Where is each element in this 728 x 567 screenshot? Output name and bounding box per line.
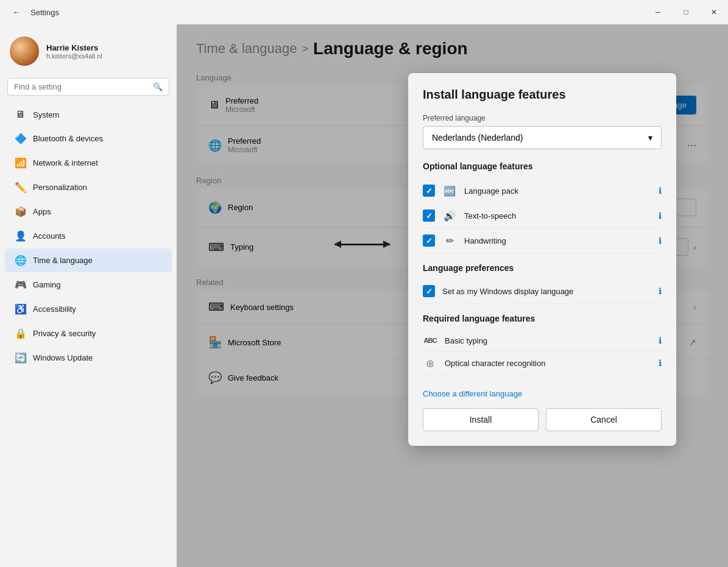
- language-pack-info-icon[interactable]: ℹ: [659, 186, 662, 195]
- language-pack-label: Language pack: [464, 186, 651, 195]
- lang-prefs-title: Language preferences: [423, 263, 662, 273]
- system-icon: 🖥: [15, 109, 26, 120]
- display-lang-checkbox[interactable]: [423, 285, 435, 297]
- network-icon: 📶: [15, 157, 26, 169]
- sidebar-item-label: Windows Update: [33, 353, 93, 362]
- required-features-title: Required language features: [423, 314, 662, 323]
- install-language-dialog: Install language features Preferred lang…: [408, 73, 676, 446]
- display-lang-row: Set as my Windows display language ℹ: [423, 279, 662, 304]
- ocr-label: Optical character recognition: [445, 359, 651, 368]
- app-title: Settings: [30, 8, 59, 17]
- close-button[interactable]: ✕: [700, 2, 728, 22]
- choose-lang-link[interactable]: Choose a different language: [423, 389, 662, 398]
- cancel-button[interactable]: Cancel: [546, 408, 662, 431]
- dialog-title: Install language features: [423, 88, 662, 102]
- search-input[interactable]: [14, 82, 148, 91]
- sidebar-item-label: Time & language: [33, 256, 93, 265]
- tts-info-icon[interactable]: ℹ: [659, 211, 662, 220]
- maximize-button[interactable]: □: [672, 2, 700, 22]
- tts-icon: 🔊: [442, 210, 457, 222]
- sidebar-item-label: Accessibility: [33, 305, 76, 314]
- sidebar-item-time-language[interactable]: 🌐 Time & language: [5, 248, 172, 272]
- install-button[interactable]: Install: [423, 408, 539, 431]
- sidebar-item-personalization[interactable]: ✏️ Personalization: [5, 175, 172, 199]
- user-section: Harrie Kisters h.kisters@xs4all.nl: [0, 29, 177, 76]
- sidebar-item-label: Gaming: [33, 280, 61, 289]
- handwriting-icon: ✏: [442, 235, 457, 247]
- pref-lang-label: Preferred language: [423, 114, 662, 122]
- user-info: Harrie Kisters h.kisters@xs4all.nl: [46, 43, 102, 60]
- sidebar-item-privacy[interactable]: 🔒 Privacy & security: [5, 322, 172, 345]
- handwriting-checkbox[interactable]: [423, 234, 435, 247]
- window-controls: ─ □ ✕: [644, 2, 728, 22]
- gaming-icon: 🎮: [15, 279, 26, 291]
- time-language-icon: 🌐: [15, 255, 26, 266]
- bluetooth-icon: 🔷: [15, 133, 26, 144]
- minimize-button[interactable]: ─: [644, 2, 672, 22]
- content-area: Time & language > Language & region Lang…: [177, 24, 728, 567]
- sidebar-item-label: Personalization: [33, 183, 87, 192]
- accessibility-icon: ♿: [15, 303, 26, 315]
- tts-checkbox[interactable]: [423, 210, 435, 222]
- display-lang-label: Set as my Windows display language: [442, 287, 651, 296]
- sidebar-item-windows-update[interactable]: 🔄 Windows Update: [5, 346, 172, 370]
- handwriting-label: Handwriting: [464, 236, 651, 245]
- apps-icon: 📦: [15, 206, 26, 217]
- sidebar-item-label: Network & internet: [33, 158, 98, 167]
- display-lang-info-icon[interactable]: ℹ: [659, 286, 662, 296]
- sidebar-item-label: Bluetooth & devices: [33, 134, 103, 143]
- personalization-icon: ✏️: [15, 181, 26, 193]
- arrow-annotation: [335, 244, 390, 245]
- accounts-icon: 👤: [15, 230, 26, 242]
- sidebar-item-accounts[interactable]: 👤 Accounts: [5, 224, 172, 248]
- sidebar-item-label: System: [33, 110, 59, 119]
- tts-label: Text-to-speech: [464, 211, 651, 220]
- dialog-buttons: Install Cancel: [423, 408, 662, 431]
- arrow-line: [335, 244, 390, 245]
- basic-typing-label: Basic typing: [445, 336, 651, 345]
- sidebar-item-label: Privacy & security: [33, 329, 96, 338]
- sidebar: Harrie Kisters h.kisters@xs4all.nl 🔍 🖥 S…: [0, 24, 177, 567]
- sidebar-item-accessibility[interactable]: ♿ Accessibility: [5, 297, 172, 321]
- pref-lang-value: Nederlands (Nederland): [432, 133, 523, 143]
- language-pack-icon: 🔤: [442, 185, 457, 197]
- user-name: Harrie Kisters: [46, 43, 102, 52]
- sidebar-item-label: Accounts: [33, 231, 65, 241]
- sidebar-item-label: Apps: [33, 207, 51, 216]
- sidebar-item-apps[interactable]: 📦 Apps: [5, 200, 172, 224]
- ocr-icon: ◎: [423, 358, 437, 368]
- pref-lang-dropdown[interactable]: Nederlands (Nederland) ▾: [423, 126, 662, 149]
- search-icon: 🔍: [153, 82, 163, 91]
- feature-row-language-pack: 🔤 Language pack ℹ: [423, 178, 662, 203]
- update-icon: 🔄: [15, 352, 26, 364]
- language-pack-checkbox[interactable]: [423, 185, 435, 197]
- optional-features-title: Optional language features: [423, 161, 662, 171]
- basic-typing-icon: ABC: [423, 337, 437, 344]
- feature-row-tts: 🔊 Text-to-speech ℹ: [423, 203, 662, 228]
- sidebar-item-system[interactable]: 🖥 System: [5, 103, 172, 126]
- titlebar: ← Settings ─ □ ✕: [0, 0, 728, 24]
- user-email: h.kisters@xs4all.nl: [46, 52, 102, 60]
- ocr-info-icon[interactable]: ℹ: [659, 358, 662, 368]
- lang-dropdown-arrow: ▾: [648, 133, 652, 143]
- sidebar-item-gaming[interactable]: 🎮 Gaming: [5, 273, 172, 297]
- sidebar-item-network[interactable]: 📶 Network & internet: [5, 151, 172, 175]
- req-row-ocr: ◎ Optical character recognition ℹ: [423, 352, 662, 375]
- search-box[interactable]: 🔍: [7, 78, 169, 96]
- avatar-image: [10, 37, 39, 66]
- sidebar-item-bluetooth[interactable]: 🔷 Bluetooth & devices: [5, 127, 172, 150]
- feature-row-handwriting: ✏ Handwriting ℹ: [423, 228, 662, 253]
- basic-typing-info-icon[interactable]: ℹ: [659, 336, 662, 345]
- back-button[interactable]: ←: [7, 5, 26, 19]
- titlebar-left: ← Settings: [7, 5, 59, 19]
- req-row-basic-typing: ABC Basic typing ℹ: [423, 329, 662, 352]
- privacy-icon: 🔒: [15, 328, 26, 339]
- main-layout: Harrie Kisters h.kisters@xs4all.nl 🔍 🖥 S…: [0, 24, 728, 567]
- avatar: [10, 37, 39, 66]
- handwriting-info-icon[interactable]: ℹ: [659, 236, 662, 245]
